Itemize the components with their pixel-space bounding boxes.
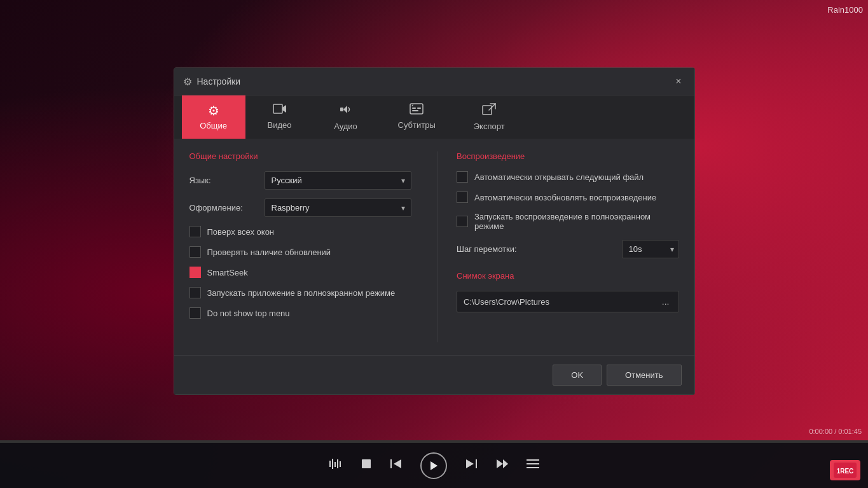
step-select-wrapper: 10s ▾ (622, 240, 679, 258)
dialog-overlay: ⚙ Настройки × ⚙ Общие Видео (0, 0, 868, 488)
tab-export-label: Экспорт (474, 122, 505, 131)
dialog-footer: OK Отменить (174, 355, 694, 394)
tab-subtitles-label: Субтитры (398, 120, 436, 130)
dialog-titlebar: ⚙ Настройки × (174, 68, 694, 95)
auto-resume-label: Автоматически возобновлять воспроизведен… (474, 193, 656, 202)
svg-rect-6 (483, 106, 492, 115)
dialog-body: Общие настройки Язык: Русский ▾ Оформлен… (174, 139, 694, 355)
svg-rect-2 (410, 104, 423, 114)
settings-dialog: ⚙ Настройки × ⚙ Общие Видео (174, 67, 695, 395)
always-on-top-label: Поверх всех окон (207, 227, 275, 237)
fullscreen-play-row: Запускать воспроизведение в полноэкранно… (457, 212, 679, 231)
tab-audio[interactable]: Аудио (314, 95, 378, 139)
screenshot-section: Снимок экрана C:\Users\Crow\Pictures ... (457, 271, 679, 312)
theme-select-wrapper: Raspberry ▾ (265, 199, 412, 217)
smart-seek-label: SmartSeek (207, 268, 248, 277)
auto-next-row: Автоматически открывать следующий файл (457, 171, 679, 183)
language-select-wrapper: Русский ▾ (265, 171, 412, 190)
tab-video[interactable]: Видео (248, 95, 312, 139)
ok-button[interactable]: OK (553, 365, 602, 386)
general-settings-title: Общие настройки (189, 151, 412, 161)
svg-rect-1 (340, 108, 343, 111)
fullscreen-play-label: Запускать воспроизведение в полноэкранно… (474, 212, 679, 231)
tab-video-label: Видео (268, 120, 292, 130)
svg-rect-4 (417, 108, 421, 109)
check-updates-row: Проверять наличие обновлений (189, 246, 412, 258)
no-top-menu-checkbox[interactable] (189, 307, 201, 319)
playback-title: Воспроизведение (457, 151, 679, 161)
right-column: Воспроизведение Автоматически открывать … (437, 151, 679, 342)
settings-title-icon: ⚙ (183, 76, 192, 88)
tab-general[interactable]: ⚙ Общие (182, 95, 245, 139)
svg-rect-3 (412, 108, 416, 109)
tab-audio-label: Аудио (334, 122, 357, 131)
language-select[interactable]: Русский (265, 171, 412, 190)
step-select[interactable]: 10s (622, 240, 679, 258)
no-top-menu-label: Do not show top menu (207, 309, 290, 318)
language-row: Язык: Русский ▾ (189, 171, 412, 190)
theme-label: Оформление: (189, 203, 259, 213)
screenshot-title: Снимок экрана (457, 271, 679, 281)
tabs-row: ⚙ Общие Видео (174, 95, 694, 139)
fullscreen-play-checkbox[interactable] (457, 216, 468, 227)
auto-resume-checkbox[interactable] (457, 192, 468, 203)
step-label: Шаг перемотки: (457, 244, 617, 254)
fullscreen-app-row: Запускать приложение в полноэкранном реж… (189, 287, 412, 298)
tab-audio-icon (340, 103, 352, 119)
left-column: Общие настройки Язык: Русский ▾ Оформлен… (189, 151, 412, 342)
auto-resume-row: Автоматически возобновлять воспроизведен… (457, 192, 679, 203)
auto-next-label: Автоматически открывать следующий файл (474, 172, 644, 182)
tab-export[interactable]: Экспорт (456, 95, 523, 139)
theme-select[interactable]: Raspberry (265, 199, 412, 217)
cancel-button[interactable]: Отменить (607, 365, 681, 386)
browse-button[interactable]: ... (659, 295, 672, 308)
svg-rect-5 (412, 110, 418, 111)
tab-export-icon (482, 103, 496, 119)
always-on-top-checkbox[interactable] (189, 226, 201, 237)
screenshot-path: C:\Users\Crow\Pictures (464, 297, 657, 307)
tab-subtitles-icon (410, 103, 424, 118)
fullscreen-app-checkbox[interactable] (189, 287, 201, 298)
svg-rect-0 (273, 104, 282, 113)
theme-row: Оформление: Raspberry ▾ (189, 199, 412, 217)
tab-subtitles[interactable]: Субтитры (380, 95, 453, 139)
language-label: Язык: (189, 176, 259, 185)
screenshot-path-row: C:\Users\Crow\Pictures ... (457, 291, 679, 312)
tab-video-icon (273, 103, 287, 118)
smart-seek-row: SmartSeek (189, 267, 412, 278)
tab-general-icon: ⚙ (208, 103, 219, 118)
step-row: Шаг перемотки: 10s ▾ (457, 240, 679, 258)
always-on-top-row: Поверх всех окон (189, 226, 412, 237)
check-updates-checkbox[interactable] (189, 246, 201, 258)
no-top-menu-row: Do not show top menu (189, 307, 412, 319)
dialog-title: Настройки (197, 76, 667, 87)
dialog-close-button[interactable]: × (672, 74, 685, 88)
smart-seek-checkbox[interactable] (189, 267, 201, 278)
auto-next-checkbox[interactable] (457, 171, 468, 183)
tab-general-label: Общие (200, 121, 227, 130)
fullscreen-app-label: Запускать приложение в полноэкранном реж… (207, 288, 396, 298)
check-updates-label: Проверять наличие обновлений (207, 247, 331, 257)
